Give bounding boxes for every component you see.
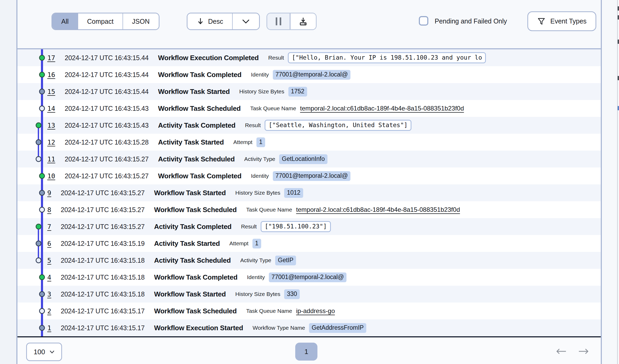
event-id-link[interactable]: 3	[47, 290, 51, 298]
event-attr-value: 77001@temporal-2.local@	[273, 70, 350, 80]
event-id-link[interactable]: 6	[47, 240, 51, 247]
event-row[interactable]: 16 2024-12-17 UTC 16:43:15.44 Workflow T…	[17, 66, 601, 83]
event-attribute: Result ["Hello, Brian. Your IP is 198.51…	[268, 52, 486, 63]
tab-all[interactable]: All	[52, 13, 78, 29]
event-attribute: Activity Type GetIP	[240, 256, 296, 265]
event-row[interactable]: 13 2024-12-17 UTC 16:43:15.43 Activity T…	[17, 117, 601, 134]
event-row[interactable]: 3 2024-12-17 UTC 16:43:15.18 Workflow Ta…	[17, 286, 601, 303]
event-attr-value: 1	[256, 137, 265, 147]
event-attr-label: Result	[268, 55, 284, 61]
pause-icon	[276, 17, 281, 25]
event-attr-label: Result	[241, 223, 257, 230]
event-row[interactable]: 10 2024-12-17 UTC 16:43:15.27 Workflow T…	[17, 167, 601, 184]
event-id-link[interactable]: 11	[47, 155, 55, 163]
tab-json[interactable]: JSON	[123, 13, 159, 29]
event-row[interactable]: 12 2024-12-17 UTC 16:43:15.28 Activity T…	[17, 134, 601, 151]
event-row[interactable]: 9 2024-12-17 UTC 16:43:15.27 Workflow Ta…	[17, 184, 601, 201]
event-id-link[interactable]: 2	[47, 307, 51, 315]
download-button[interactable]	[290, 13, 316, 29]
pagination-footer: 100 1	[17, 337, 601, 364]
event-id-link[interactable]: 1	[47, 324, 51, 332]
event-id-link[interactable]: 13	[47, 122, 55, 129]
event-id-link[interactable]: 10	[47, 172, 55, 180]
event-history-toolbar: All Compact JSON Desc	[17, 0, 601, 48]
event-attr-value[interactable]: temporal-2.local:c61db8ac-189f-4b4e-8a15…	[296, 206, 460, 213]
event-timestamp: 2024-12-17 UTC 16:43:15.19	[61, 240, 144, 247]
event-name: Workflow Task Scheduled	[154, 307, 237, 315]
event-id-link[interactable]: 14	[47, 105, 55, 112]
previous-page-button[interactable]	[555, 348, 567, 355]
sort-desc-button[interactable]: Desc	[187, 13, 232, 29]
event-id-link[interactable]: 5	[47, 257, 51, 264]
event-timestamp: 2024-12-17 UTC 16:43:15.27	[61, 223, 144, 231]
event-row[interactable]: 11 2024-12-17 UTC 16:43:15.27 Activity T…	[17, 151, 601, 167]
event-row[interactable]: 7 2024-12-17 UTC 16:43:15.27 Activity Ta…	[17, 218, 601, 235]
event-id-link[interactable]: 9	[47, 189, 51, 197]
event-row[interactable]: 4 2024-12-17 UTC 16:43:15.18 Workflow Ta…	[17, 269, 601, 286]
event-attribute: Task Queue Name ip-address-go	[246, 307, 335, 315]
pause-button[interactable]	[267, 13, 290, 29]
tab-compact[interactable]: Compact	[78, 13, 123, 29]
event-name: Workflow Task Started	[154, 189, 226, 197]
event-name: Workflow Task Completed	[158, 172, 242, 180]
event-timestamp: 2024-12-17 UTC 16:43:15.27	[65, 172, 148, 180]
event-row[interactable]: 15 2024-12-17 UTC 16:43:15.44 Workflow T…	[17, 83, 601, 100]
event-id-link[interactable]: 7	[47, 223, 51, 231]
event-attr-value: 77001@temporal-2.local@	[273, 171, 350, 181]
event-id-link[interactable]: 17	[47, 54, 55, 62]
event-row[interactable]: 17 2024-12-17 UTC 16:43:15.44 Workflow E…	[17, 49, 601, 66]
event-attr-label: Identity	[251, 71, 269, 78]
chevron-down-icon	[49, 350, 55, 354]
event-id-link[interactable]: 15	[47, 88, 55, 95]
event-name: Workflow Execution Started	[154, 324, 243, 332]
event-name: Activity Task Completed	[154, 223, 231, 231]
event-id-link[interactable]: 16	[47, 71, 55, 79]
event-attr-label: Activity Type	[240, 257, 271, 264]
event-attribute: Attempt 1	[233, 137, 265, 147]
event-id-link[interactable]: 8	[47, 206, 51, 214]
event-id-link[interactable]: 4	[47, 274, 51, 281]
event-attr-label: Identity	[247, 274, 265, 280]
event-row[interactable]: 14 2024-12-17 UTC 16:43:15.43 Workflow T…	[17, 100, 601, 117]
event-row[interactable]: 5 2024-12-17 UTC 16:43:15.18 Activity Ta…	[17, 252, 601, 269]
arrow-down-icon	[196, 17, 204, 26]
event-name: Activity Task Scheduled	[154, 256, 231, 265]
event-row[interactable]: 2 2024-12-17 UTC 16:43:15.17 Workflow Ta…	[17, 303, 601, 319]
event-attribute: Task Queue Name temporal-2.local:c61db8a…	[246, 206, 460, 213]
event-name: Activity Task Completed	[158, 121, 236, 130]
event-timestamp: 2024-12-17 UTC 16:43:15.27	[61, 189, 144, 197]
page-size-select[interactable]: 100	[26, 343, 62, 361]
event-attribute: History Size Bytes 1752	[239, 87, 307, 97]
page-number: 1	[304, 348, 308, 356]
event-name: Workflow Task Started	[158, 88, 230, 96]
event-attr-value[interactable]: temporal-2.local:c61db8ac-189f-4b4e-8a15…	[300, 105, 464, 112]
event-row[interactable]: 1 2024-12-17 UTC 16:43:15.17 Workflow Ex…	[17, 319, 601, 336]
event-attr-value: ["Hello, Brian. Your IP is 198.51.100.23…	[288, 52, 486, 63]
event-timestamp: 2024-12-17 UTC 16:43:15.44	[65, 88, 148, 95]
event-attr-label: Identity	[251, 173, 269, 179]
next-page-button[interactable]	[578, 348, 589, 355]
event-name: Activity Task Scheduled	[158, 155, 235, 163]
event-row[interactable]: 8 2024-12-17 UTC 16:43:15.27 Workflow Ta…	[17, 201, 601, 218]
page-size-value: 100	[34, 348, 45, 356]
event-attr-label: Task Queue Name	[250, 105, 296, 112]
event-attr-value: 77001@temporal-2.local@	[269, 272, 346, 282]
page-number-button[interactable]: 1	[295, 343, 317, 361]
right-gutter	[602, 0, 619, 364]
event-attr-value: ["Seattle, Washington, United States"]	[265, 120, 411, 131]
event-name: Workflow Task Scheduled	[154, 206, 237, 214]
sort-options-button[interactable]	[232, 13, 259, 29]
event-row[interactable]: 6 2024-12-17 UTC 16:43:15.19 Activity Ta…	[17, 235, 601, 252]
autoplay-download-group	[266, 13, 317, 30]
event-name: Activity Task Started	[158, 138, 224, 146]
event-attr-value[interactable]: ip-address-go	[296, 307, 335, 315]
event-id-link[interactable]: 12	[47, 138, 55, 146]
event-types-filter-button[interactable]: Event Types	[527, 11, 596, 31]
event-attr-label: Result	[245, 122, 261, 128]
event-attr-value: 330	[284, 289, 299, 299]
pending-failed-checkbox[interactable]	[419, 16, 428, 26]
event-timestamp: 2024-12-17 UTC 16:43:15.27	[61, 206, 144, 214]
event-attr-label: Task Queue Name	[246, 308, 292, 314]
event-timestamp: 2024-12-17 UTC 16:43:15.17	[61, 307, 144, 315]
sort-split-button: Desc	[187, 13, 260, 30]
